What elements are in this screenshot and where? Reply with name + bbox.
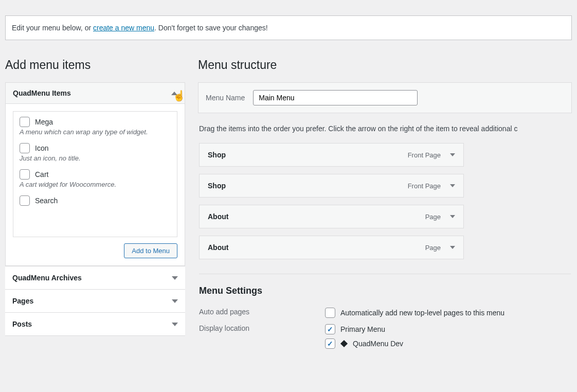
menu-name-label: Menu Name [206, 94, 245, 102]
posts-header[interactable]: Posts [5, 312, 185, 336]
menu-name-row: Menu Name [198, 82, 572, 113]
menu-item[interactable]: About Page [199, 236, 464, 259]
list-item: Search [20, 195, 171, 206]
auto-add-checkbox[interactable] [325, 308, 335, 318]
notice: Edit your menu below, or create a new me… [5, 15, 572, 40]
auto-add-label: Auto add pages [199, 308, 325, 318]
drag-instructions: Drag the items into the order you prefer… [199, 113, 571, 143]
menu-item[interactable]: About Page [199, 205, 464, 228]
chevron-down-icon[interactable] [450, 153, 455, 156]
pages-header[interactable]: Pages [5, 289, 185, 312]
quadmenu-archives-header[interactable]: QuadMenu Archives [5, 266, 185, 289]
quadmenu-dev-checkbox[interactable] [325, 338, 335, 349]
list-item: Mega A menu which can wrap any type of w… [20, 117, 171, 136]
create-menu-link[interactable]: create a new menu [93, 24, 154, 32]
chevron-down-icon[interactable] [450, 184, 455, 187]
chevron-up-icon [171, 92, 177, 95]
checkbox-icon[interactable] [20, 143, 30, 153]
diamond-icon [340, 340, 348, 347]
menu-item[interactable]: Shop Front Page [199, 174, 464, 198]
quadmenu-items-header[interactable]: QuadMenu Items [6, 83, 185, 104]
checkbox-mega[interactable] [20, 117, 30, 127]
add-to-menu-button[interactable]: Add to Menu [124, 243, 177, 258]
display-location-label: Display location [199, 324, 325, 349]
notice-text: Edit your menu below, or [12, 24, 93, 32]
primary-menu-checkbox[interactable] [325, 324, 335, 334]
chevron-down-icon[interactable] [450, 246, 455, 249]
add-menu-items-title: Add menu items [5, 58, 185, 72]
chevron-down-icon [172, 323, 178, 326]
menu-settings-title: Menu Settings [199, 274, 571, 305]
chevron-down-icon[interactable] [450, 215, 455, 218]
menu-name-input[interactable] [253, 90, 418, 105]
menu-structure-title: Menu structure [198, 58, 572, 72]
quadmenu-items-list[interactable]: Mega A menu which can wrap any type of w… [13, 111, 177, 237]
checkbox-search[interactable] [20, 195, 30, 206]
notice-suffix: . Don't forget to save your changes! [154, 24, 268, 32]
chevron-down-icon [172, 299, 178, 303]
chevron-down-icon [172, 276, 178, 280]
menu-item[interactable]: Shop Front Page [199, 143, 464, 167]
list-item: Cart A cart widget for Woocommerce. [20, 169, 171, 188]
list-item: Icon Just an icon, no title. [20, 143, 171, 162]
quadmenu-items-panel: QuadMenu Items Mega A menu which can wra… [5, 82, 185, 266]
checkbox-cart[interactable] [20, 169, 30, 180]
